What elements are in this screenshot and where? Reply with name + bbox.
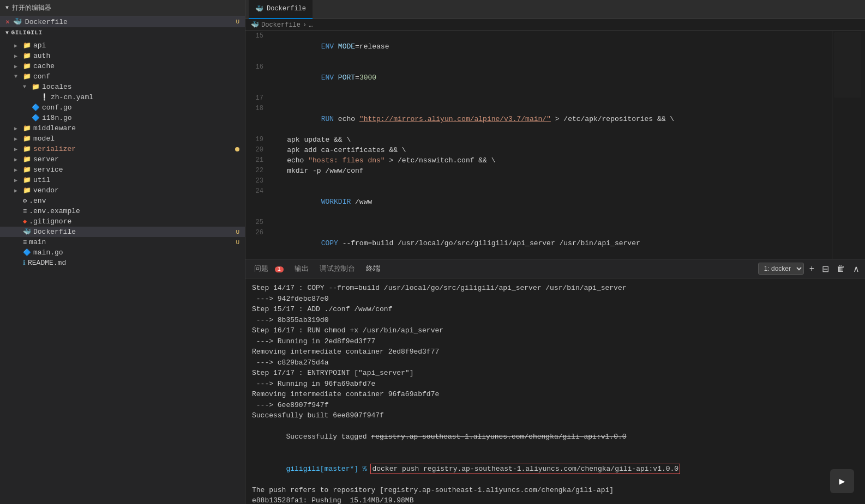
sidebar-item-server[interactable]: ▶ 📁 server — [0, 154, 245, 165]
terminal-select[interactable]: 1: docker — [758, 263, 804, 275]
folder-icon: 📁 — [23, 41, 31, 50]
sidebar-item-i18n-go[interactable]: 🔷 i18n.go — [0, 113, 245, 123]
sidebar-item-auth[interactable]: ▶ 📁 auth — [0, 51, 245, 61]
terminal-line-push-ref: The push refers to repository [registry.… — [252, 485, 858, 496]
sidebar-item-model[interactable]: ▶ 📁 model — [0, 133, 245, 144]
sidebar-item-conf[interactable]: ▼ 📁 conf — [0, 71, 245, 82]
sidebar-item-vendor[interactable]: ▶ 📁 vendor — [0, 185, 245, 196]
tab-terminal[interactable]: 终端 — [361, 260, 386, 277]
tab-output[interactable]: 输出 — [289, 260, 314, 277]
sidebar-item-serializer[interactable]: ▶ 📁 serializer — [0, 144, 245, 154]
sidebar-item-dockerfile[interactable]: 🐳 Dockerfile U — [0, 227, 245, 237]
chevron-right-icon: ▶ — [14, 167, 21, 173]
sidebar-item-label: locales — [42, 83, 72, 91]
open-file-label: Dockerfile — [25, 18, 68, 26]
docker-breadcrumb-icon: 🐳 — [251, 21, 259, 29]
go-icon: 🔷 — [32, 104, 40, 112]
sidebar-item-zh-cn-yaml[interactable]: ❕ zh-cn.yaml — [0, 92, 245, 102]
chevron-right-icon: ▶ — [14, 125, 21, 132]
git-icon: ◆ — [23, 217, 27, 226]
sidebar-item-env-example[interactable]: ≡ .env.example — [0, 206, 245, 216]
folder-icon: 📁 — [23, 155, 31, 163]
main-content: 🐳 Dockerfile 🐳 Dockerfile › … 15 ENV MOD… — [245, 0, 865, 504]
open-file-dockerfile[interactable]: ✕ 🐳 Dockerfile U — [0, 16, 245, 27]
terminal-line-3: Step 15/17 : ADD ./conf /www/conf — [252, 304, 858, 315]
folder-icon: 📁 — [23, 186, 31, 195]
chevron-icon: ▼ — [5, 5, 9, 11]
sidebar-item-service[interactable]: ▶ 📁 service — [0, 165, 245, 175]
sidebar-item-label: conf — [33, 72, 50, 81]
docker-icon: 🐳 — [13, 17, 22, 26]
open-editors-header[interactable]: ▼ 打开的编辑器 — [0, 0, 245, 16]
terminal-label: 终端 — [366, 265, 380, 273]
sidebar-item-label: model — [33, 135, 55, 143]
folder-icon: 📁 — [23, 145, 31, 153]
docker-icon: 🐳 — [23, 228, 31, 236]
code-editor[interactable]: 15 ENV MODE=release 16 ENV PORT=3000 17 — [245, 31, 832, 259]
yaml-icon: ❕ — [40, 93, 49, 101]
chevron-right-icon: ▶ — [14, 63, 21, 70]
docker-tab-icon: 🐳 — [255, 5, 263, 13]
tab-debug-console[interactable]: 调试控制台 — [314, 260, 361, 277]
sidebar-item-label: .gitignore — [29, 217, 71, 226]
sidebar-item-locales[interactable]: ▼ 📁 locales — [0, 82, 245, 92]
tab-problems[interactable]: 问题 1 — [249, 260, 289, 277]
terminal-line-12: ---> 6ee8907f947f — [252, 400, 858, 411]
breadcrumb-separator: › — [303, 21, 307, 29]
sidebar-item-label: util — [33, 176, 50, 184]
sidebar-item-label: vendor — [33, 186, 59, 195]
root-folder[interactable]: ▼ GILIGILI — [0, 27, 245, 38]
terminal-line-8: ---> c829ba275d4a — [252, 357, 858, 368]
sidebar-item-label: i18n.go — [42, 114, 72, 122]
folder-icon: 📁 — [32, 83, 40, 91]
code-line-23: 23 — [245, 176, 832, 186]
video-play-button[interactable] — [830, 469, 854, 493]
terminal-line-7: Removing intermediate container 2ed8f9ed… — [252, 347, 858, 357]
sidebar-item-env[interactable]: ⚙ .env — [0, 196, 245, 206]
tab-dockerfile[interactable]: 🐳 Dockerfile — [249, 0, 313, 19]
sidebar-item-readme[interactable]: ℹ README.md — [0, 258, 245, 268]
file-tree: ▶ 📁 api ▶ 📁 auth ▶ 📁 cache ▼ — [0, 38, 245, 504]
sidebar-item-api[interactable]: ▶ 📁 api — [0, 40, 245, 51]
env-icon: ≡ — [23, 208, 27, 215]
badge-u-main: U — [236, 239, 239, 246]
terminal-line-cmd: giligili[master*] % docker push registry… — [252, 453, 858, 485]
file-icon: ≡ — [23, 239, 27, 246]
folder-icon: 📁 — [23, 62, 31, 70]
folder-icon: 📁 — [23, 166, 31, 174]
breadcrumb-filename: Dockerfile — [261, 21, 301, 29]
sidebar-item-conf-go[interactable]: 🔷 conf.go — [0, 102, 245, 113]
sidebar-item-gitignore[interactable]: ◆ .gitignore — [0, 216, 245, 227]
chevron-right-icon: ▶ — [14, 53, 21, 59]
editor-tabs: 🐳 Dockerfile — [245, 0, 865, 19]
output-label: 输出 — [295, 265, 309, 273]
sidebar-item-middleware[interactable]: ▶ 📁 middleware — [0, 123, 245, 133]
sidebar-item-cache[interactable]: ▶ 📁 cache — [0, 61, 245, 71]
badge-u: U — [236, 19, 239, 25]
go-icon: 🔷 — [32, 114, 40, 122]
sidebar-item-main-go[interactable]: 🔷 main.go — [0, 247, 245, 258]
minimap — [832, 31, 865, 259]
chevron-down-icon: ▼ — [23, 84, 29, 90]
add-terminal-button[interactable]: + — [807, 263, 816, 275]
terminal-content[interactable]: Step 14/17 : COPY --from=build /usr/loca… — [245, 278, 865, 504]
chevron-right-icon: ▶ — [14, 146, 21, 153]
code-line-18: 18 RUN echo "http://mirrors.aliyun.com/a… — [245, 104, 832, 135]
chevron-down-icon: ▼ — [5, 30, 9, 36]
sidebar-item-util[interactable]: ▶ 📁 util — [0, 175, 245, 185]
sidebar-item-label: main.go — [33, 248, 63, 257]
terminal-line-tagged: Successfully tagged registry.ap-southeas… — [252, 421, 858, 453]
folder-icon: 📁 — [23, 135, 31, 143]
editor-with-minimap: 15 ENV MODE=release 16 ENV PORT=3000 17 — [245, 31, 865, 259]
chevron-right-icon: ▶ — [14, 177, 21, 184]
terminal-area: 问题 1 输出 调试控制台 终端 1: docker + ⊟ 🗑 ∧ — [245, 259, 865, 504]
chevron-right-icon: ▶ — [14, 136, 21, 142]
chevron-right-icon: ▶ — [14, 156, 21, 163]
code-line-25: 25 — [245, 217, 832, 228]
collapse-terminal-button[interactable]: ∧ — [851, 263, 862, 275]
split-terminal-button[interactable]: ⊟ — [820, 263, 831, 275]
trash-terminal-button[interactable]: 🗑 — [834, 263, 848, 275]
sidebar-item-main[interactable]: ≡ main U — [0, 237, 245, 247]
terminal-line-10: ---> Running in 96fa69abfd7e — [252, 379, 858, 390]
close-icon[interactable]: ✕ — [5, 17, 10, 26]
